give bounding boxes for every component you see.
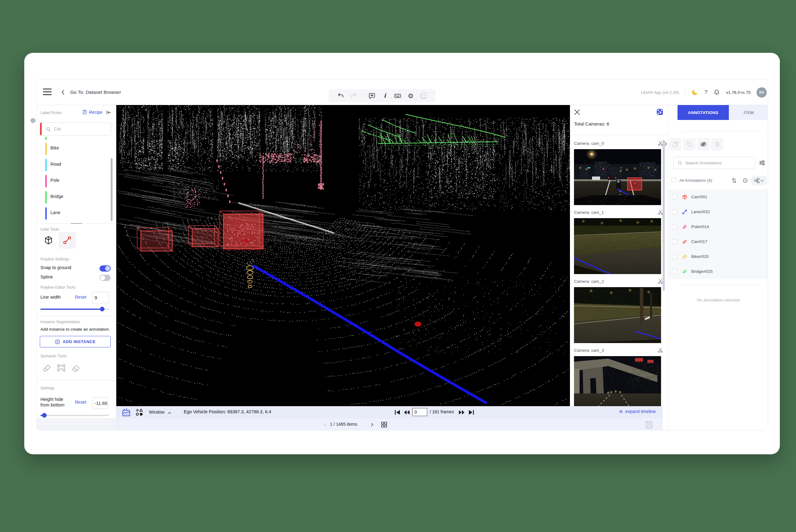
recipe-label: Recipe <box>89 110 103 115</box>
expand-timeline-button[interactable]: expand timeline <box>618 409 656 414</box>
cuboid-tool-button[interactable] <box>40 232 57 249</box>
back-button[interactable] <box>60 89 67 96</box>
polyline-editor-title: Polyline Editor Tools <box>40 285 75 290</box>
filter-button[interactable] <box>758 159 766 167</box>
camera-thumbnail-cam0[interactable] <box>574 149 661 205</box>
frame-number-input[interactable] <box>412 408 427 416</box>
previous-item-chevron[interactable] <box>323 422 328 427</box>
chevron-up-icon[interactable] <box>167 411 172 415</box>
annotation-row-car017[interactable]: Car#017 <box>668 234 768 249</box>
redo-button[interactable] <box>350 92 357 100</box>
height-hide-slider[interactable] <box>40 415 109 416</box>
label-color-bar <box>45 207 47 220</box>
row-checkbox[interactable] <box>672 224 677 229</box>
polyline-tool-button[interactable] <box>58 232 76 249</box>
camera-annotation-mode-button[interactable] <box>656 108 664 116</box>
row-checkbox[interactable] <box>672 239 677 244</box>
chevron-down-icon <box>760 178 764 183</box>
next-item-chevron[interactable] <box>370 422 374 427</box>
desktop-background: Go To: Dataset Browser i ⚙ LiDAR App (v0… <box>0 0 796 532</box>
avatar[interactable]: SU <box>757 87 767 98</box>
camera-label-cam1: Camera: cam_1 <box>574 210 604 215</box>
hide-annotation-button[interactable] <box>697 138 709 150</box>
row-checkbox[interactable] <box>672 194 677 200</box>
menu-button[interactable] <box>41 87 54 98</box>
window-control-dot[interactable] <box>31 118 35 123</box>
sidebar-label-bike[interactable]: Bike <box>37 142 111 156</box>
line-width-slider[interactable] <box>40 308 109 310</box>
panel-resize-handle[interactable] <box>71 223 82 224</box>
sidebar-label-bridge[interactable]: Bridge <box>37 190 111 204</box>
comment-tag-button[interactable] <box>368 92 376 100</box>
eraser-tool-button[interactable] <box>70 363 81 374</box>
annotation-row-bike020[interactable]: Bike#020 <box>668 249 768 264</box>
annotation-search-box <box>673 157 755 169</box>
polygon-tool-button[interactable] <box>56 363 67 374</box>
label-list-scrollbar[interactable] <box>111 158 113 221</box>
height-reset-button[interactable]: Reset <box>75 400 87 404</box>
terrain-view-button[interactable] <box>122 408 131 417</box>
keyboard-shortcuts-button[interactable] <box>394 92 402 100</box>
undo-button[interactable] <box>337 92 345 100</box>
group-view-button[interactable] <box>752 176 766 185</box>
camera-thumbnail-cam2[interactable] <box>574 287 661 343</box>
delete-annotation-button[interactable] <box>711 138 724 150</box>
add-instance-button[interactable]: ADD INSTANCE <box>40 336 111 347</box>
spline-toggle[interactable] <box>99 275 111 281</box>
all-annotations-checkbox[interactable] <box>671 177 676 183</box>
annotation-row-pole014[interactable]: Pole#014 <box>668 220 768 234</box>
skip-to-last-frame-button[interactable] <box>468 408 475 416</box>
camera-thumbnail-cam1[interactable] <box>574 218 661 274</box>
detach-camera-icon[interactable] <box>657 347 664 354</box>
shapes-filter-button[interactable] <box>135 408 144 417</box>
height-hide-input[interactable] <box>92 397 108 409</box>
copy-annotation-button[interactable] <box>669 138 682 150</box>
slider-thumb[interactable] <box>100 307 105 311</box>
row-checkbox[interactable] <box>672 209 677 214</box>
annotation-label: Pole#014 <box>691 224 709 229</box>
save-button[interactable] <box>645 420 654 429</box>
expand-panel-chevron[interactable] <box>663 141 668 147</box>
collapse-sidebar-button[interactable] <box>106 109 112 116</box>
camera-list-scrollbar[interactable] <box>663 140 665 291</box>
line-width-reset-button[interactable]: Reset <box>75 294 87 300</box>
lidar-canvas[interactable] <box>116 105 570 406</box>
notifications-button[interactable] <box>713 89 720 96</box>
info-button[interactable]: i <box>381 92 389 100</box>
tab-annotations[interactable]: ANNOTATIONS <box>678 105 729 120</box>
sidebar-label-lane[interactable]: Lane <box>37 207 111 220</box>
target-icon <box>742 177 748 184</box>
sidebar-label-road[interactable]: Road <box>37 158 111 172</box>
focus-annotation-button[interactable] <box>740 176 750 185</box>
row-checkbox[interactable] <box>672 254 677 259</box>
row-checkbox[interactable] <box>672 269 677 274</box>
theme-toggle-button[interactable] <box>691 89 699 96</box>
grid-view-button[interactable] <box>380 421 388 429</box>
skip-end-icon <box>468 408 475 416</box>
skip-to-first-frame-button[interactable] <box>394 408 401 416</box>
window-dropdown-label[interactable]: Window <box>149 410 165 415</box>
annotation-row-lane032[interactable]: Lane#032 <box>668 205 768 220</box>
camera-thumbnail-cam3[interactable] <box>574 356 661 406</box>
snap-to-ground-toggle[interactable] <box>99 265 111 271</box>
annotation-search-input[interactable] <box>685 157 753 169</box>
sort-annotations-button[interactable] <box>729 176 739 185</box>
close-camera-panel-button[interactable] <box>573 108 581 116</box>
add-duplicate-icon <box>420 92 427 99</box>
previous-frame-button[interactable] <box>403 408 410 416</box>
line-width-input[interactable] <box>92 292 109 303</box>
settings-button[interactable]: ⚙ <box>407 92 415 100</box>
annotation-row-car001[interactable]: Car#001 <box>668 190 768 205</box>
brush-tool-button[interactable] <box>42 363 53 374</box>
sidebar-label-pole[interactable]: Pole <box>37 174 111 188</box>
add-panel-button[interactable] <box>420 92 428 100</box>
slider-thumb[interactable] <box>42 413 47 418</box>
tab-item[interactable]: ITEM <box>729 105 768 120</box>
next-frame-button[interactable] <box>458 408 465 416</box>
help-button[interactable]: ? <box>705 89 707 95</box>
tag-annotation-button[interactable] <box>683 138 696 150</box>
annotation-row-bridge025[interactable]: Bridge#025 <box>668 264 768 279</box>
label-search-input[interactable] <box>54 123 110 135</box>
recipe-button[interactable]: Recipe <box>82 109 103 115</box>
collapse-left-icon <box>106 109 112 116</box>
